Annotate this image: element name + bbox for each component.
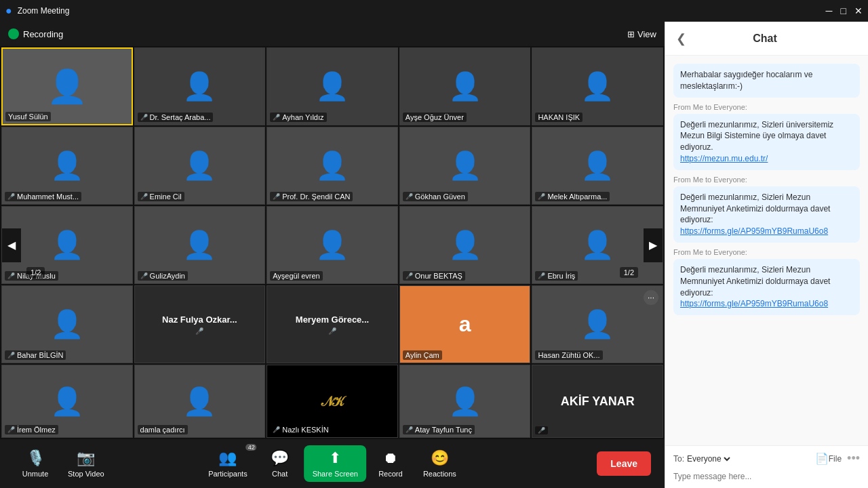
- participant-name: Hasan Zühtü OK...: [535, 350, 602, 360]
- ak-text-avatar: AKİF YANAR: [532, 365, 663, 437]
- close-button[interactable]: ✕: [854, 5, 863, 16]
- page-indicator-left: 1/2: [26, 267, 45, 278]
- participant-name: 🎤 Dr. Sertaç Araba...: [138, 113, 214, 122]
- video-cell: a Aylin Çam: [399, 285, 531, 363]
- video-cell: 👤 🎤 Gökhan Güven: [399, 127, 531, 205]
- maximize-button[interactable]: □: [841, 5, 846, 16]
- chat-icon: 💬: [271, 449, 289, 467]
- video-cell: 👤 Ayşe Oğuz Ünver: [399, 47, 531, 125]
- chat-link[interactable]: https://forms.gle/AP959mYB9RumaU6o8: [680, 226, 828, 236]
- leave-button[interactable]: Leave: [597, 451, 651, 476]
- reactions-button[interactable]: 😊 Reactions: [415, 445, 465, 482]
- name-placeholder: Naz Fulya Ozkar... 🎤: [135, 286, 265, 363]
- chat-link[interactable]: https://forms.gle/AP959mYB9RumaU6o8: [680, 299, 828, 308]
- chat-message-group: From Me to Everyone: Değerli mezunlarımı…: [673, 248, 860, 315]
- message-text: Değerli mezunlarımız, Sizleri Mezun Memn…: [680, 265, 830, 298]
- share-screen-icon: ⬆: [329, 449, 341, 467]
- toolbar-center: 👥 Participants 42 💬 Chat ⬆ Share Screen …: [200, 445, 465, 482]
- video-cell: 👤 🎤 Atay Tayfun Tunç: [399, 365, 531, 438]
- chat-to-row: To: Everyone 📄 File •••: [673, 451, 860, 466]
- participant-name: damla çadırcı: [138, 425, 188, 434]
- chat-message: Değerli mezunlarımız, Sizleri üniversite…: [673, 114, 860, 170]
- share-screen-button[interactable]: ⬆ Share Screen: [304, 445, 366, 482]
- chat-collapse-button[interactable]: ❮: [676, 31, 686, 46]
- next-page-button[interactable]: ▶: [644, 228, 663, 262]
- view-button[interactable]: ⊞ View: [627, 29, 656, 39]
- video-cell: 👤 HAKAN IŞIK: [532, 47, 663, 125]
- video-grid: 👤 Yusuf Sülün 👤 🎤 Dr. Sertaç Araba... 👤 …: [0, 46, 665, 365]
- video-cell: 👤 🎤 Muhammet Must...: [1, 127, 133, 205]
- chat-to-label: To:: [673, 454, 684, 464]
- microphone-icon: 🎙️: [26, 449, 45, 467]
- video-cell: 𝒩𝒦 🎤 Nazlı KESKİN: [267, 365, 398, 438]
- participant-label: Hasan Zühtü OK...: [538, 351, 599, 359]
- message-text: Merhabalar saygıdeğer hocalarım ve mesle…: [680, 70, 812, 91]
- video-cell: 👤 🎤 GulizAydin: [134, 206, 266, 284]
- participants-icon: 👥: [218, 449, 237, 467]
- participant-name: HAKAN IŞIK: [535, 113, 583, 122]
- participant-label: GulizAydin: [150, 272, 185, 280]
- participant-name: Ayşe Oğuz Ünver: [403, 113, 467, 122]
- participant-name: 🎤 Ayhan Yıldız: [270, 113, 326, 122]
- video-cell: 👤 🎤 İrem Ölmez: [1, 365, 133, 438]
- participant-label: Aylin Çam: [406, 351, 439, 359]
- chat-to-select[interactable]: Everyone: [684, 453, 732, 464]
- participant-label: damla çadırcı: [140, 426, 185, 434]
- participant-name: 🎤 Prof. Dr. Şendil CAN: [270, 192, 353, 201]
- participant-name: Yusuf Sülün: [5, 112, 51, 121]
- chat-more-button[interactable]: •••: [847, 451, 860, 466]
- participant-name: 🎤 Gökhan Güven: [403, 192, 468, 201]
- more-options-button[interactable]: ···: [644, 290, 658, 305]
- message-text: Değerli mezunlarımız, Sizleri üniversite…: [680, 120, 833, 152]
- participant-label: Melek Altıparma...: [547, 192, 607, 201]
- participant-name: 🎤 Bahar BİLGİN: [5, 350, 66, 360]
- participant-label: Yusuf Sülün: [8, 113, 48, 121]
- video-cell: AKİF YANAR 🎤: [532, 365, 663, 438]
- message-text: Değerli mezunlarımız, Sizleri Mezun Memn…: [680, 192, 830, 225]
- chat-link[interactable]: https://mezun.mu.edu.tr/: [680, 154, 768, 163]
- participant-name: 🎤 Ebru İriş: [535, 271, 578, 281]
- participant-name: 🎤 İrem Ölmez: [5, 425, 58, 434]
- message-meta: From Me to Everyone:: [673, 103, 860, 111]
- participant-label: Gökhan Güven: [415, 192, 465, 201]
- window-title: Zoom Meeting: [18, 6, 70, 16]
- participant-name: Ayşegül evren: [270, 271, 323, 281]
- chat-toolbar-button[interactable]: 💬 Chat: [258, 445, 302, 482]
- file-attach-button[interactable]: 📄: [815, 452, 829, 465]
- participant-name: Aylin Çam: [403, 350, 442, 360]
- recording-indicator: Recording: [8, 28, 63, 39]
- main-layout: Recording ⊞ View 👤 Yusuf Sülün 👤 🎤 Dr. S…: [0, 22, 868, 488]
- participant-label: Dr. Sertaç Araba...: [150, 113, 211, 121]
- recording-label: Recording: [23, 29, 63, 39]
- minimize-button[interactable]: ─: [826, 5, 833, 16]
- participant-name: 🎤 Nazlı KESKİN: [270, 425, 331, 434]
- chat-footer: To: Everyone 📄 File •••: [665, 445, 868, 488]
- chat-messages[interactable]: Merhabalar saygıdeğer hocalarım ve mesle…: [665, 56, 868, 445]
- video-cell: 👤 🎤 Ebru İriş ▶ 1/2: [532, 206, 663, 284]
- recording-dot: [8, 28, 19, 39]
- participant-label: Atay Tayfun Tunç: [415, 426, 472, 434]
- reactions-icon: 😊: [431, 449, 449, 467]
- file-label: File: [829, 454, 842, 464]
- stop-video-button[interactable]: 📷 Stop Video: [60, 445, 113, 482]
- video-cell: 👤 Hasan Zühtü OK... ···: [532, 285, 663, 363]
- video-cell: Meryem Görece... 🎤: [267, 285, 398, 363]
- participant-label: Bahar BİLGİN: [17, 351, 63, 359]
- unmute-button[interactable]: 🎙️ Unmute: [14, 445, 57, 482]
- prev-page-button[interactable]: ◀: [2, 228, 21, 262]
- video-cell: 👤 🎤 Bahar BİLGİN: [1, 285, 133, 363]
- video-cell: 👤 🎤 Melek Altıparma...: [532, 127, 663, 205]
- participant-label: Muhammet Must...: [17, 192, 79, 201]
- participant-label: HAKAN IŞIK: [538, 113, 580, 121]
- title-bar: ● Zoom Meeting ─ □ ✕: [0, 0, 868, 22]
- chat-message: Merhabalar saygıdeğer hocalarım ve mesle…: [673, 64, 860, 98]
- toolbar-left: 🎙️ Unmute 📷 Stop Video: [14, 445, 113, 482]
- participant-name: 🎤 Emine Cil: [138, 192, 184, 201]
- chat-input[interactable]: [673, 470, 860, 483]
- video-cell: 👤 damla çadırcı: [134, 365, 266, 438]
- recording-bar: Recording ⊞ View: [0, 22, 665, 46]
- participants-button[interactable]: 👥 Participants 42: [200, 445, 255, 482]
- record-button[interactable]: ⏺ Record: [369, 445, 412, 482]
- title-bar-controls[interactable]: ─ □ ✕: [826, 5, 863, 16]
- title-bar-left: ● Zoom Meeting: [5, 5, 69, 17]
